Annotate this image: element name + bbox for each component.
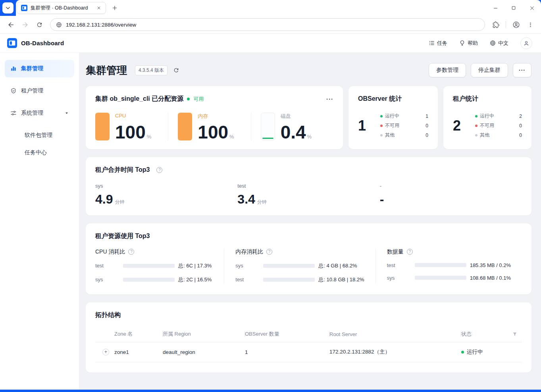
usage-row: sys 总: 4 GB | 68.2% bbox=[235, 262, 364, 269]
tab-close-icon[interactable] bbox=[95, 4, 102, 12]
legend-value: 2 bbox=[519, 113, 522, 119]
user-avatar[interactable] bbox=[520, 37, 532, 49]
legend-value: 1 bbox=[425, 113, 428, 119]
new-tab-button[interactable] bbox=[109, 2, 120, 13]
browser-toolbar: 192.168.2.131:2886/overview bbox=[0, 16, 541, 34]
resource-usage-card: 租户资源使用 Top3 CPU 消耗比 ? test 总: 6C | 17. bbox=[86, 223, 531, 294]
help-circle-icon[interactable]: ? bbox=[128, 249, 134, 255]
usage-row-name: sys bbox=[235, 263, 263, 269]
progress-track bbox=[123, 278, 175, 282]
usage-section-title: 数据量 bbox=[387, 248, 404, 256]
extensions-icon[interactable] bbox=[489, 18, 502, 31]
site-info-icon[interactable] bbox=[56, 22, 62, 28]
window-minimize-icon[interactable] bbox=[486, 0, 504, 16]
caret-down-icon bbox=[65, 111, 69, 115]
browser-profile-icon[interactable] bbox=[509, 18, 523, 31]
params-button[interactable]: 参数管理 bbox=[429, 63, 466, 77]
help-circle-icon[interactable]: ? bbox=[266, 249, 272, 255]
merge-item: test 3.4分钟 bbox=[237, 183, 379, 205]
browser-tabstrip: 集群管理 · OB-Dashboard bbox=[0, 0, 541, 16]
usage-row-label: 总: 4 GB | 68.2% bbox=[318, 262, 357, 269]
usage-row-name: test bbox=[95, 263, 123, 269]
merge-item-name: test bbox=[237, 183, 379, 189]
header-actions: 任务 帮助 中文 bbox=[429, 37, 532, 49]
memory-usage-bar bbox=[178, 113, 192, 140]
root-server: 172.20.2.131:2882（主） bbox=[329, 348, 461, 355]
cpu-label: CPU bbox=[115, 113, 151, 119]
legend-value: 0 bbox=[519, 123, 522, 129]
browser-window: 集群管理 · OB-Dashboard bbox=[0, 0, 541, 390]
sidebar-item-cluster[interactable]: 集群管理 bbox=[5, 60, 74, 77]
status-text: 运行中 bbox=[467, 348, 483, 355]
usage-row: test 总: 10.8 GB | 18.2% bbox=[235, 276, 364, 283]
help-circle-icon[interactable]: ? bbox=[407, 249, 413, 255]
ob-logo-icon bbox=[7, 38, 17, 48]
column-header-region: 所属 Region bbox=[163, 331, 245, 338]
usage-row: test 185.35 MB / 0.2% bbox=[387, 262, 511, 268]
usage-row-label: 总: 10.8 GB | 18.2% bbox=[318, 276, 364, 283]
sidebar-tenant-label: 租户管理 bbox=[21, 87, 43, 94]
legend-label: 运行中 bbox=[385, 113, 399, 119]
tenant-stats-card: 租户统计 2 运行中 2 不可 bbox=[443, 86, 531, 149]
window-controls bbox=[486, 0, 541, 16]
merge-item-name: sys bbox=[95, 183, 237, 189]
tab-actions-chevron-icon[interactable] bbox=[2, 2, 13, 13]
help-label: 帮助 bbox=[468, 40, 478, 47]
legend-dot bbox=[475, 134, 477, 136]
legend-value: 0 bbox=[425, 123, 428, 129]
window-close-icon[interactable] bbox=[523, 0, 541, 16]
disk-unit: % bbox=[307, 135, 312, 139]
disk-label: 磁盘 bbox=[281, 113, 312, 120]
merge-item: - - bbox=[380, 183, 522, 205]
card-more-icon[interactable]: ··· bbox=[326, 96, 333, 102]
stop-cluster-button[interactable]: 停止集群 bbox=[471, 63, 508, 77]
legend-dot bbox=[475, 125, 477, 127]
usage-section-title: 内存消耗比 bbox=[235, 248, 263, 256]
sidebar-item-tenant[interactable]: 租户管理 bbox=[5, 82, 74, 100]
back-icon[interactable] bbox=[4, 18, 17, 31]
legend-item: 运行中 1 bbox=[380, 113, 428, 119]
legend-item: 其他 0 bbox=[475, 132, 522, 138]
legend-label: 其他 bbox=[480, 132, 489, 138]
sidebar-packages-label: 软件包管理 bbox=[25, 132, 52, 139]
tasks-button[interactable]: 任务 bbox=[429, 40, 447, 47]
sidebar-item-system[interactable]: 系统管理 bbox=[5, 104, 74, 122]
merge-item-name: - bbox=[380, 183, 522, 189]
usage-row-label: 总: 6C | 17.3% bbox=[178, 262, 212, 269]
observer-total: 1 bbox=[358, 117, 380, 134]
merge-item-value: 4.9 bbox=[95, 194, 113, 205]
sidebar-item-task-center[interactable]: 任务中心 bbox=[0, 144, 79, 161]
topology-card: 拓扑结构 Zone 名 所属 Region OBServer 数量 Root S… bbox=[86, 302, 531, 373]
more-actions-button[interactable]: ··· bbox=[513, 63, 531, 77]
browser-tab[interactable]: 集群管理 · OB-Dashboard bbox=[17, 2, 106, 14]
usage-row-label: 总: 2C | 16.5% bbox=[178, 276, 212, 283]
usage-row-label: 108.68 MB / 0.1% bbox=[470, 275, 511, 281]
language-button[interactable]: 中文 bbox=[490, 40, 508, 47]
address-bar[interactable]: 192.168.2.131:2886/overview bbox=[50, 18, 485, 31]
filter-funnel-icon[interactable] bbox=[512, 332, 517, 336]
legend-value: 0 bbox=[519, 133, 522, 138]
sliders-icon bbox=[10, 110, 17, 116]
legend-dot bbox=[475, 115, 477, 117]
help-button[interactable]: 帮助 bbox=[459, 40, 478, 47]
refresh-icon[interactable] bbox=[173, 67, 179, 73]
reload-icon[interactable] bbox=[33, 18, 46, 31]
cluster-status: 可用 bbox=[193, 96, 204, 103]
window-maximize-icon[interactable] bbox=[504, 0, 523, 16]
memory-label: 内存 bbox=[198, 113, 234, 120]
usage-row-name: test bbox=[235, 277, 263, 282]
usage-row: test 总: 6C | 17.3% bbox=[95, 262, 213, 269]
column-header-zone: Zone 名 bbox=[95, 331, 163, 338]
sidebar: 集群管理 租户管理 系统管理 bbox=[0, 53, 79, 390]
expand-row-icon[interactable]: + bbox=[102, 349, 109, 355]
usage-section-data: 数据量 ? test 185.35 MB / 0.2% sys bbox=[375, 248, 522, 283]
legend-item: 其他 0 bbox=[380, 132, 428, 138]
usage-row-name: test bbox=[387, 262, 415, 268]
browser-menu-icon[interactable] bbox=[524, 18, 537, 31]
observer-legend: 运行中 1 不可用 0 其他 bbox=[380, 113, 428, 138]
merge-item-unit: 分钟 bbox=[115, 200, 124, 204]
help-circle-icon[interactable]: ? bbox=[156, 167, 162, 173]
sidebar-item-packages[interactable]: 软件包管理 bbox=[0, 127, 79, 144]
usage-section-title: CPU 消耗比 bbox=[95, 248, 125, 256]
forward-icon[interactable] bbox=[18, 18, 32, 31]
